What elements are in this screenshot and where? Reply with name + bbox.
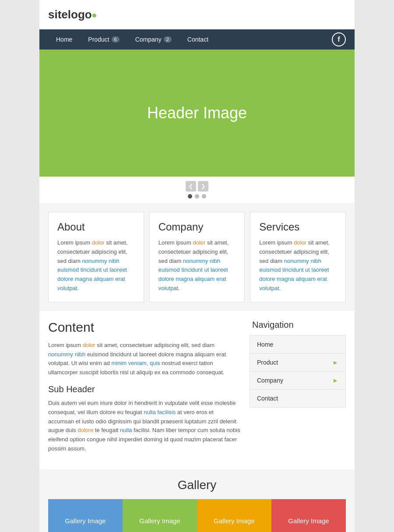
card-services-text: Lorem ipsum dolor sit amet, consectetuer…: [259, 238, 337, 293]
gallery-item-2[interactable]: Gallery Image: [123, 499, 197, 532]
content-text-1: Lorem ipsum dolor sit amet, consectetuer…: [48, 341, 241, 377]
card-about: About Lorem ipsum dolor sit amet, consec…: [48, 212, 144, 302]
slider-dot-2[interactable]: [195, 194, 199, 199]
sidebar-nav-home[interactable]: Home: [250, 336, 345, 354]
card-company-text: Lorem ipsum dolor sit amet, consectetuer…: [158, 238, 236, 293]
card-company: Company Lorem ipsum dolor sit amet, cons…: [149, 212, 245, 302]
nav-item-home[interactable]: Home: [48, 29, 80, 50]
slider-prev-button[interactable]: ❮: [186, 181, 196, 192]
card-services-title: Services: [259, 221, 337, 233]
nav-item-company-label: Company: [135, 36, 162, 43]
gallery-grid: Gallery Image Gallery Image Gallery Imag…: [48, 499, 346, 532]
slider-next-button[interactable]: ❯: [198, 181, 208, 192]
card-about-text: Lorem ipsum dolor sit amet, consectetuer…: [57, 238, 135, 293]
nav-item-product-label: Product: [88, 36, 109, 43]
slider-arrows: ❮ ❯: [186, 181, 208, 192]
slider-controls: ❮ ❯: [39, 177, 355, 203]
content-section: Content Lorem ipsum dolor sit amet, cons…: [39, 311, 355, 469]
sidebar-nav-contact[interactable]: Contact: [250, 390, 345, 407]
nav-item-product[interactable]: Product 6: [80, 29, 127, 50]
site-logo[interactable]: sitelogo•: [48, 8, 97, 21]
content-text-2: Duis autem vel eum iriure dolor in hendr…: [48, 399, 241, 454]
logo-dot: •: [92, 7, 97, 23]
hero-text: Header Image: [147, 104, 247, 122]
slider-dots: [188, 194, 206, 199]
hero-image: Header Image: [39, 50, 355, 177]
gallery-item-2-label: Gallery Image: [139, 517, 180, 525]
nav-item-contact-label: Contact: [187, 36, 208, 43]
gallery-item-1-label: Gallery Image: [65, 517, 106, 525]
slider-dot-3[interactable]: [202, 194, 206, 199]
sidebar-nav-company[interactable]: Company ►: [250, 372, 345, 390]
logo-text-logo: logo: [68, 8, 92, 21]
nav-items: Home Product 6 Company 2 Contact: [48, 29, 332, 50]
sub-header: Sub Header: [48, 384, 241, 394]
gallery-item-3[interactable]: Gallery Image: [197, 499, 271, 532]
navbar: Home Product 6 Company 2 Contact f: [39, 29, 355, 50]
card-about-title: About: [57, 221, 135, 233]
logo-text-site: site: [48, 8, 68, 21]
chevron-right-icon-company: ►: [332, 377, 338, 384]
nav-item-contact[interactable]: Contact: [179, 29, 216, 50]
slider-dot-1[interactable]: [188, 194, 192, 199]
sidebar-nav-title: Navigation: [250, 320, 346, 330]
gallery-item-3-label: Gallery Image: [214, 517, 254, 525]
nav-item-home-label: Home: [56, 36, 72, 43]
sidebar-nav-contact-label: Contact: [257, 395, 278, 402]
content-sidebar: Navigation Home Product ► Company ► Cont…: [250, 320, 346, 461]
sidebar-nav-company-label: Company: [257, 377, 283, 384]
sidebar-nav-home-label: Home: [257, 341, 273, 348]
nav-item-company[interactable]: Company 2: [127, 29, 179, 50]
card-services: Services Lorem ipsum dolor sit amet, con…: [250, 212, 346, 302]
gallery-item-4-label: Gallery Image: [288, 517, 329, 525]
card-company-title: Company: [158, 221, 236, 233]
gallery-item-4[interactable]: Gallery Image: [271, 499, 346, 532]
gallery-title: Gallery: [48, 478, 346, 492]
nav-badge-product: 6: [112, 36, 120, 43]
sidebar-nav-product-label: Product: [257, 359, 278, 366]
facebook-icon[interactable]: f: [332, 32, 346, 46]
chevron-right-icon-product: ►: [332, 359, 338, 366]
sidebar-nav-product[interactable]: Product ►: [250, 354, 345, 372]
nav-badge-company: 2: [164, 36, 172, 43]
content-main: Content Lorem ipsum dolor sit amet, cons…: [48, 320, 250, 461]
cards-section: About Lorem ipsum dolor sit amet, consec…: [39, 203, 355, 311]
content-title: Content: [48, 320, 241, 335]
sidebar-nav: Home Product ► Company ► Contact: [250, 335, 346, 408]
gallery-section: Gallery Gallery Image Gallery Image Gall…: [39, 469, 355, 532]
gallery-item-1[interactable]: Gallery Image: [48, 499, 123, 532]
site-header: sitelogo•: [39, 0, 355, 29]
